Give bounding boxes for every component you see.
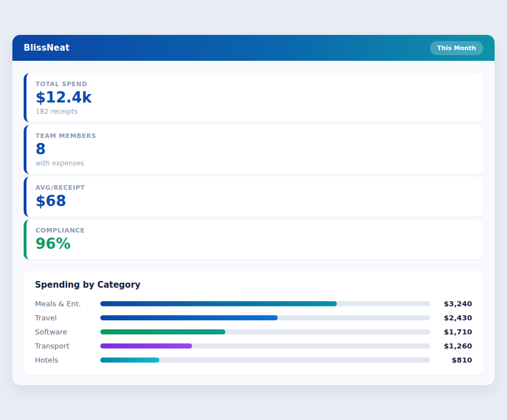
stat-subtext: with expenses [35, 159, 474, 167]
category-label: Hotels [35, 356, 100, 364]
stat-value: $68 [35, 193, 474, 210]
stat-card-team-members: TEAM MEMBERS 8 with expenses [24, 125, 483, 174]
category-label: Software [35, 328, 100, 336]
stats-list: TOTAL SPEND $12.4k 182 receipts TEAM MEM… [24, 73, 483, 260]
spending-title: Spending by Category [35, 280, 472, 290]
stat-value: $12.4k [35, 90, 474, 106]
category-value: $1,710 [437, 328, 472, 336]
dashboard-panel: BlissNeat This Month TOTAL SPEND $12.4k … [12, 35, 495, 385]
bar-track [100, 301, 430, 306]
stat-label: TOTAL SPEND [35, 81, 474, 88]
bar-fill [100, 329, 225, 334]
dashboard-content: TOTAL SPEND $12.4k 182 receipts TEAM MEM… [12, 61, 495, 385]
spending-row-software: Software $1,710 [35, 325, 472, 339]
stat-value: 96% [35, 236, 474, 253]
bar-fill [100, 358, 159, 363]
bar-track [100, 358, 430, 363]
stat-subtext: 182 receipts [35, 108, 474, 115]
stat-card-avg-receipt: AVG/RECEIPT $68 [24, 177, 483, 217]
bar-track [100, 343, 430, 348]
app-header: BlissNeat This Month [12, 35, 495, 61]
stat-value: 8 [35, 141, 474, 158]
stat-label: TEAM MEMBERS [35, 132, 474, 140]
category-value: $810 [437, 356, 472, 364]
stat-label: COMPLIANCE [35, 227, 474, 234]
category-label: Travel [35, 314, 100, 322]
bar-track [100, 315, 430, 320]
spending-row-travel: Travel $2,430 [35, 311, 472, 325]
stat-label: AVG/RECEIPT [35, 184, 474, 191]
spending-row-meals: Meals & Ent. $3,240 [35, 297, 472, 311]
spending-row-transport: Transport $1,260 [35, 339, 472, 353]
spending-by-category-card: Spending by Category Meals & Ent. $3,240… [24, 271, 483, 375]
category-value: $1,260 [437, 342, 472, 350]
category-value: $2,430 [437, 314, 472, 322]
bar-track [100, 329, 430, 334]
spending-row-hotels: Hotels $810 [35, 353, 472, 367]
period-badge[interactable]: This Month [430, 41, 483, 55]
app-title: BlissNeat [24, 43, 69, 53]
category-label: Transport [35, 342, 100, 350]
spending-rows: Meals & Ent. $3,240 Travel $2,430 Softwa… [35, 297, 472, 367]
bar-fill [100, 343, 192, 348]
bar-fill [100, 301, 337, 306]
stat-card-compliance: COMPLIANCE 96% [24, 220, 483, 260]
bar-fill [100, 315, 278, 320]
stat-card-total-spend: TOTAL SPEND $12.4k 182 receipts [24, 73, 483, 122]
category-value: $3,240 [437, 300, 472, 308]
category-label: Meals & Ent. [35, 300, 100, 308]
